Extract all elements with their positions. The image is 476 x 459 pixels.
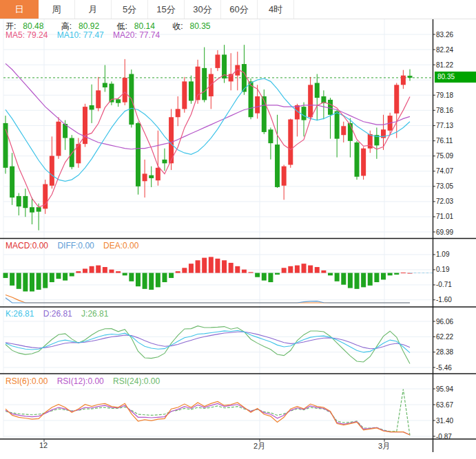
tab-4hour[interactable]: 4时 [258, 0, 294, 19]
macd-histogram-bar [202, 258, 207, 273]
candlestick [408, 76, 413, 78]
macd-histogram-bar [90, 266, 94, 273]
dea-line [6, 295, 410, 303]
candlestick [302, 107, 307, 120]
open-value: 80.48 [23, 21, 43, 31]
high-value: 80.92 [79, 21, 99, 31]
candlestick [176, 109, 180, 117]
close-label: 收: [172, 21, 183, 31]
price-axis-label: 82.24 [436, 46, 453, 54]
candlestick [262, 96, 267, 132]
kdj-axis-label: 96.06 [436, 318, 453, 325]
macd-histogram-bar [10, 273, 14, 286]
kdj-readout: K:26.81 D:26.81 J:26.81 [6, 309, 115, 319]
candlestick [156, 168, 161, 180]
last-price-badge: 80.35 [435, 72, 476, 83]
candlestick [70, 138, 74, 167]
tab-week[interactable]: 周 [39, 0, 75, 19]
macd-histogram-bar [282, 268, 287, 273]
macd-histogram-bar [83, 268, 87, 273]
macd-histogram-bar [116, 271, 121, 273]
price-axis-label: 72.03 [436, 198, 453, 205]
macd-histogram-bar [96, 266, 101, 273]
macd-histogram-bar [70, 273, 74, 277]
candlestick [249, 81, 253, 117]
diff-line [6, 298, 410, 303]
macd-histogram-bar [315, 267, 320, 273]
macd-histogram-bar [215, 259, 220, 273]
macd-readout: MACD:0.00 DIFF:0.00 DEA:0.00 [6, 241, 145, 250]
macd-histogram-bar [361, 273, 366, 288]
candlestick [348, 123, 353, 141]
macd-histogram-bar [149, 273, 154, 290]
j-value: J:26.81 [81, 309, 108, 319]
rsi-axis-label: 95.94 [436, 385, 453, 393]
macd-histogram-bar [123, 273, 127, 276]
candlestick [143, 173, 147, 181]
candlestick [56, 122, 61, 156]
candlestick [17, 196, 21, 206]
candlestick [50, 156, 54, 186]
macd-histogram-bar [196, 260, 200, 273]
macd-axis-label: 1.09 [436, 250, 450, 258]
candlestick [37, 207, 41, 211]
macd-histogram-bar [368, 273, 373, 286]
candlestick [162, 160, 167, 163]
candlestick [136, 123, 141, 186]
xaxis-label-feb: 2月 [253, 441, 265, 451]
price-axis-label: 77.13 [436, 122, 453, 129]
candlestick [23, 196, 28, 208]
macd-axis-label: -0.71 [436, 281, 452, 288]
tab-15min[interactable]: 15分 [148, 0, 185, 19]
rsi12-value: RSI(12):0.00 [57, 376, 104, 386]
macd-histogram-bar [328, 273, 333, 276]
macd-histogram-bar [335, 273, 340, 281]
macd-histogram-bar [288, 266, 293, 273]
macd-histogram-bar [249, 272, 253, 273]
macd-histogram-bar [169, 273, 174, 278]
diff-value: DIFF:0.00 [57, 241, 94, 250]
macd-histogram-bar [242, 270, 247, 273]
macd-histogram-bar [109, 270, 114, 273]
macd-histogram-bar [401, 273, 406, 273]
candlestick [335, 111, 340, 139]
rsi24-line [6, 389, 410, 436]
price-axis-label: 83.26 [436, 31, 453, 39]
candlestick [103, 83, 107, 87]
macd-histogram-bar [50, 273, 54, 282]
candlestick [182, 81, 187, 109]
macd-histogram-bar [136, 273, 141, 287]
chart-canvas[interactable]: 83.2682.2481.2279.1878.1677.1376.1175.09… [0, 0, 476, 459]
macd-histogram-bar [76, 271, 81, 273]
macd-histogram-bar [37, 273, 41, 290]
candlestick [361, 149, 366, 176]
kdj-axis-label: 62.22 [436, 333, 453, 341]
price-axis-label: 73.05 [436, 182, 453, 190]
tab-5min[interactable]: 5分 [112, 0, 148, 19]
tab-day[interactable]: 日 [0, 0, 39, 19]
candlestick [308, 85, 313, 117]
tab-30min[interactable]: 30分 [185, 0, 221, 19]
candlestick [288, 120, 293, 165]
macd-histogram-bar [176, 271, 180, 273]
price-axis-label: 78.16 [436, 107, 453, 114]
macd-histogram-bar [182, 268, 187, 273]
macd-histogram-bar [143, 273, 147, 289]
macd-histogram-bar [388, 273, 393, 276]
macd-histogram-bar [156, 273, 161, 288]
candlestick [202, 68, 207, 100]
low-label: 低: [116, 21, 127, 31]
price-axis-label: 74.07 [436, 167, 453, 175]
candlestick [401, 76, 406, 85]
macd-histogram-bar [30, 273, 34, 292]
period-tab-bar: 日 周 月 5分 15分 30分 60分 4时 [0, 0, 476, 19]
high-label: 高: [61, 21, 72, 31]
tab-month[interactable]: 月 [75, 0, 112, 19]
candlestick [315, 83, 320, 98]
candlestick [341, 126, 346, 135]
candlestick [149, 175, 154, 178]
j-line [6, 326, 410, 364]
macd-value: MACD:0.00 [6, 241, 48, 250]
tab-60min[interactable]: 60分 [221, 0, 258, 19]
candlestick [268, 129, 273, 143]
